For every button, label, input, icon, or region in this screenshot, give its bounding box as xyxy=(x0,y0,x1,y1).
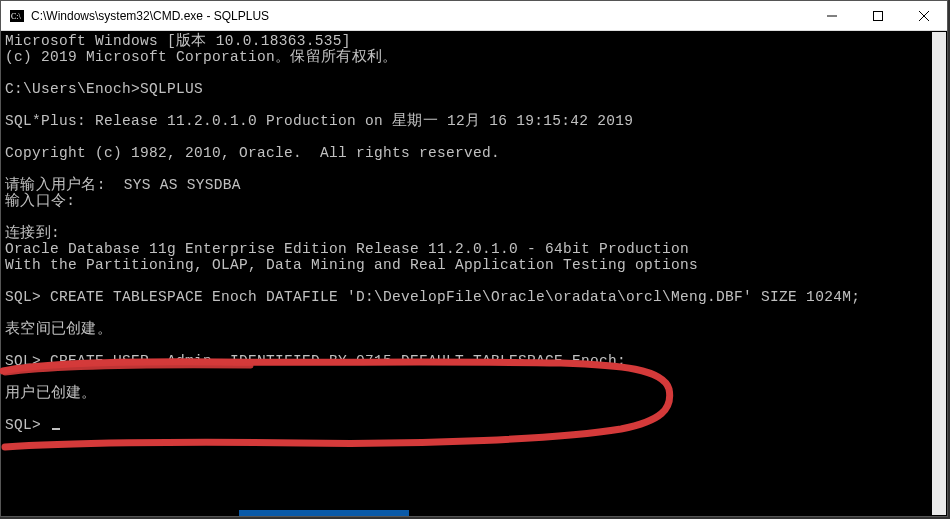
term-line: Microsoft Windows [版本 10.0.18363.535] xyxy=(5,33,351,49)
term-line: 请输入用户名: SYS AS SYSDBA xyxy=(5,177,241,193)
term-line: 表空间已创建。 xyxy=(5,321,112,337)
svg-rect-3 xyxy=(874,12,883,21)
term-prompt: SQL> xyxy=(5,417,50,433)
maximize-button[interactable] xyxy=(855,1,901,31)
term-line: SQL*Plus: Release 11.2.0.1.0 Production … xyxy=(5,113,633,129)
terminal-output[interactable]: Microsoft Windows [版本 10.0.18363.535] (c… xyxy=(1,31,947,516)
term-line: SQL> CREATE USER Admin IDENTIFIED BY 071… xyxy=(5,353,626,369)
minimize-button[interactable] xyxy=(809,1,855,31)
scrollbar-thumb[interactable] xyxy=(932,32,946,515)
term-line: 用户已创建。 xyxy=(5,385,97,401)
titlebar[interactable]: C:\ C:\Windows\system32\CMD.exe - SQLPLU… xyxy=(1,1,947,31)
term-line: 输入口令: xyxy=(5,193,75,209)
term-line: Oracle Database 11g Enterprise Edition R… xyxy=(5,241,689,257)
term-line: 连接到: xyxy=(5,225,60,241)
cursor xyxy=(52,428,60,430)
cmd-icon: C:\ xyxy=(9,8,25,24)
window-title: C:\Windows\system32\CMD.exe - SQLPLUS xyxy=(31,9,809,23)
window-controls xyxy=(809,1,947,30)
term-line: SQL> CREATE TABLESPACE Enoch DATAFILE 'D… xyxy=(5,289,860,305)
term-line: (c) 2019 Microsoft Corporation。保留所有权利。 xyxy=(5,49,397,65)
term-line: With the Partitioning, OLAP, Data Mining… xyxy=(5,257,698,273)
window-frame: C:\ C:\Windows\system32\CMD.exe - SQLPLU… xyxy=(0,0,948,517)
scrollbar-vertical[interactable] xyxy=(932,32,946,515)
taskbar-fragment xyxy=(239,510,409,516)
close-button[interactable] xyxy=(901,1,947,31)
term-line: C:\Users\Enoch>SQLPLUS xyxy=(5,81,203,97)
svg-text:C:\: C:\ xyxy=(11,12,22,21)
term-line: Copyright (c) 1982, 2010, Oracle. All ri… xyxy=(5,145,500,161)
